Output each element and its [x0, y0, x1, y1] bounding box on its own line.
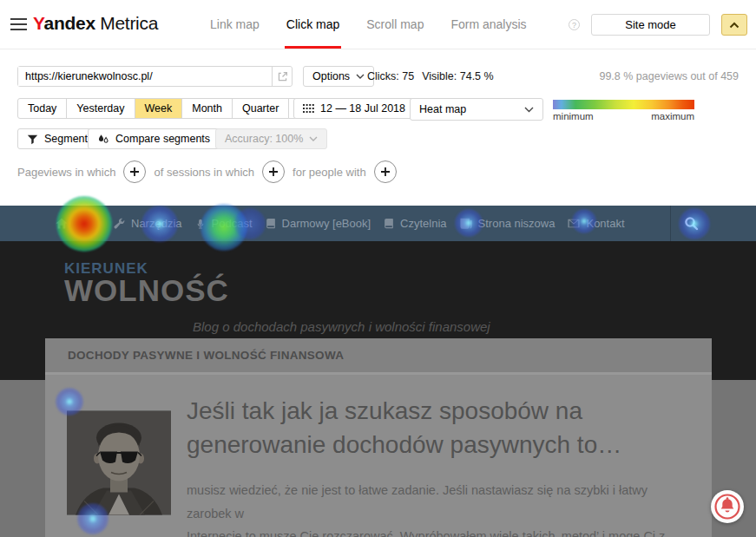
accuracy-label: Accuracy: 100%	[225, 133, 303, 145]
article-excerpt: musisz wiedzieć, że nie jest to łatwe za…	[187, 479, 681, 537]
excerpt-line: musisz wiedzieć, że nie jest to łatwe za…	[187, 479, 681, 525]
period-month[interactable]: Month	[181, 98, 233, 119]
site-nav-item-narz-dzia[interactable]: Narzędzia	[114, 217, 182, 230]
hamburger-menu-icon[interactable]	[10, 18, 27, 30]
article-card: Jeśli tak jak ja szukasz sposobów na gen…	[45, 375, 712, 534]
site-content-column: DOCHODY PASYWNE I WOLNOŚĆ FINANSOWA	[45, 338, 712, 537]
tab-scroll-map[interactable]: Scroll map	[366, 0, 424, 49]
filter-funnel-icon	[27, 134, 38, 145]
bell-icon	[711, 490, 744, 523]
tab-link-map[interactable]: Link map	[210, 0, 260, 49]
author-photo	[67, 410, 171, 515]
tab-click-map[interactable]: Click map	[286, 0, 339, 49]
droplets-icon	[97, 134, 109, 145]
site-tagline: Blog o dochodach pasywnych i wolności fi…	[193, 319, 490, 334]
site-nav-item-czytelnia[interactable]: Czytelnia	[384, 217, 446, 230]
site-nav-item-strona-niszowa[interactable]: Strona niszowa	[460, 217, 555, 230]
site-nav-item-podcast[interactable]: Podcast	[195, 217, 253, 230]
filter-people-label: for people with	[293, 166, 366, 179]
calendar-grid-icon	[303, 104, 314, 114]
top-bar: Yandex Metrica Link mapClick mapScroll m…	[0, 0, 756, 49]
period-today[interactable]: Today	[17, 98, 67, 119]
plus-icon	[129, 167, 140, 177]
home-icon	[56, 218, 68, 229]
brand-product: Metrica	[95, 13, 158, 33]
site-logo-line2: WOLNOŚĆ	[64, 273, 229, 308]
site-mode-button[interactable]: Site mode	[591, 14, 710, 36]
site-nav-label: Podcast	[212, 217, 253, 230]
newspaper-icon	[460, 218, 472, 229]
compare-segments-dropdown[interactable]: Compare segments	[88, 128, 234, 149]
category-header-bar: DOCHODY PASYWNE I WOLNOŚĆ FINANSOWA	[45, 338, 712, 375]
microphone-icon	[195, 218, 206, 230]
filter-pageviews-label: Pageviews in which	[17, 166, 115, 179]
url-input[interactable]	[18, 67, 272, 86]
chevron-up-icon	[729, 22, 740, 29]
push-notification-bell-button[interactable]	[711, 490, 744, 523]
book-icon	[384, 218, 394, 229]
options-label: Options	[312, 70, 350, 82]
plus-icon	[268, 167, 279, 177]
brand-letter: Y	[33, 13, 44, 33]
site-logo[interactable]: KIERUNEK WOLNOŚĆ	[64, 260, 229, 308]
category-header-text: DOCHODY PASYWNE I WOLNOŚĆ FINANSOWA	[68, 349, 344, 362]
tab-form-analysis[interactable]: Form analysis	[450, 0, 526, 49]
url-field-group	[17, 66, 293, 87]
brand-name: andex	[44, 13, 95, 33]
pageviews-summary: 99.8 % pageviews out of 459	[599, 70, 739, 82]
site-nav-label: Kontakt	[586, 217, 624, 230]
site-navigation-bar: NarzędziaPodcastDarmowy [eBook]Czytelnia…	[0, 206, 756, 241]
article-title-link[interactable]: Jeśli tak jak ja szukasz sposobów na gen…	[187, 394, 700, 462]
excerpt-line: Internecie to muszę Cię rozczarować. Wyp…	[187, 525, 681, 537]
period-yesterday[interactable]: Yesterday	[66, 98, 135, 119]
chevron-down-icon	[309, 136, 318, 141]
open-url-icon[interactable]	[272, 67, 292, 86]
site-nav-label: Narzędzia	[131, 217, 182, 230]
filter-sessions-label: of sessions in which	[154, 166, 254, 179]
add-pageview-condition-button[interactable]	[123, 160, 146, 183]
heatmap-legend: minimum maximum	[553, 100, 694, 121]
yandex-metrica-logo[interactable]: Yandex Metrica	[33, 13, 158, 34]
map-type-tabs: Link mapClick mapScroll mapForm analysis	[210, 0, 527, 49]
collapse-panel-button[interactable]	[721, 14, 747, 36]
yandex-metrica-clickmap-app: Yandex Metrica Link mapClick mapScroll m…	[0, 0, 756, 537]
chevron-down-icon	[524, 107, 534, 113]
map-type-select[interactable]: Heat map	[410, 98, 543, 121]
wrench-icon	[114, 218, 125, 229]
compare-segments-label: Compare segments	[115, 133, 210, 145]
clicks-count: Clicks: 75	[367, 70, 414, 82]
nav-divider	[670, 206, 671, 241]
site-nav-label: Strona niszowa	[478, 217, 555, 230]
help-icon[interactable]: ?	[569, 19, 580, 30]
date-range-value: 12 — 18 Jul 2018	[320, 102, 405, 115]
legend-maximum-label: maximum	[651, 111, 694, 121]
book-icon	[266, 218, 276, 229]
map-type-value: Heat map	[419, 103, 466, 115]
site-nav-label: Darmowy [eBook]	[282, 217, 371, 230]
site-nav-item-kontakt[interactable]: Kontakt	[568, 217, 624, 230]
chevron-down-icon	[356, 74, 365, 79]
site-nav-item-home[interactable]	[56, 218, 68, 229]
segment-label: Segment	[44, 133, 88, 145]
segmentation-builder-row: Pageviews in which of sessions in which …	[17, 160, 397, 183]
site-nav-label: Czytelnia	[400, 217, 446, 230]
date-range-picker[interactable]: 12 — 18 Jul 2018	[293, 98, 415, 119]
site-search-icon[interactable]	[684, 216, 699, 234]
legend-minimum-label: minimum	[553, 111, 594, 121]
click-stats: Clicks: 75Visible: 74.5 %	[367, 70, 502, 82]
add-people-condition-button[interactable]	[374, 160, 397, 183]
period-quarter[interactable]: Quarter	[232, 98, 289, 119]
visible-percent: Visible: 74.5 %	[422, 70, 493, 82]
site-nav-item-darmowy-ebook[interactable]: Darmowy [eBook]	[266, 217, 371, 230]
period-selector: TodayYesterdayWeekMonthQuarterYear	[17, 98, 332, 119]
heatmap-gradient-bar	[553, 100, 694, 109]
site-preview: NarzędziaPodcastDarmowy [eBook]Czytelnia…	[0, 206, 756, 537]
filters-toolbar: Options Clicks: 75Visible: 74.5 % 99.8 %…	[0, 50, 756, 206]
period-week[interactable]: Week	[135, 98, 183, 119]
envelope-icon	[568, 219, 580, 228]
accuracy-dropdown: Accuracy: 100%	[215, 128, 327, 149]
plus-icon	[380, 167, 391, 177]
add-session-condition-button[interactable]	[262, 160, 285, 183]
options-dropdown[interactable]: Options	[303, 66, 374, 87]
